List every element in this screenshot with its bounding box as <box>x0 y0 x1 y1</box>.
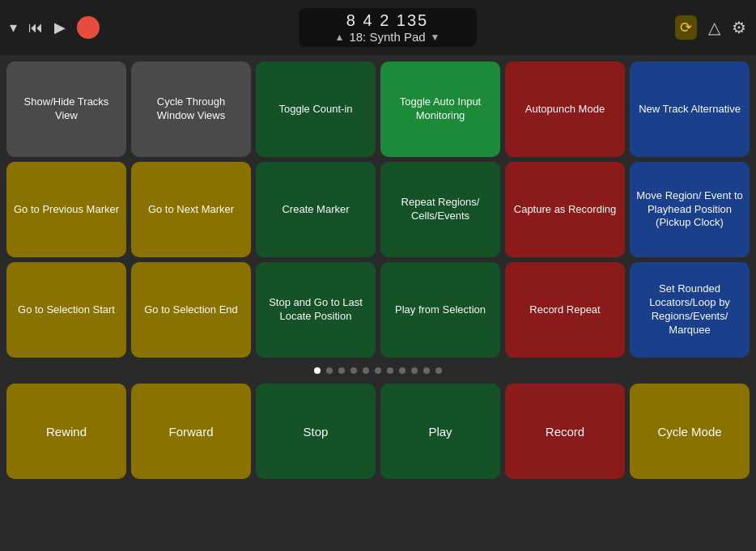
track-down-arrow[interactable]: ▼ <box>431 32 440 43</box>
grid-btn-r2-c4[interactable]: Record Repeat <box>505 262 625 358</box>
bottom-btn-2[interactable]: Stop <box>256 384 376 479</box>
grid-btn-r0-c0[interactable]: Show/Hide Tracks View <box>6 61 126 157</box>
pagination-dot-9[interactable] <box>423 367 430 374</box>
pagination-dot-4[interactable] <box>363 367 369 374</box>
pagination-dot-7[interactable] <box>399 367 406 374</box>
settings-icon[interactable]: ⚙ <box>732 18 746 37</box>
time-display: 8 4 2 135 <box>346 11 428 30</box>
grid-btn-r2-c3[interactable]: Play from Selection <box>380 262 500 358</box>
top-bar-right-icons: ⟳ △ ⚙ <box>675 15 746 40</box>
metronome-icon[interactable]: △ <box>708 18 720 37</box>
grid-btn-r2-c0[interactable]: Go to Selection Start <box>6 262 126 358</box>
track-name-row: ▲ 18: Synth Pad ▼ <box>334 30 440 44</box>
grid-btn-r1-c1[interactable]: Go to Next Marker <box>131 162 251 257</box>
play-icon[interactable]: ▶ <box>54 19 66 36</box>
pagination-dots <box>6 362 750 380</box>
grid-btn-r0-c5[interactable]: New Track Alternative <box>630 61 750 157</box>
bottom-btn-5[interactable]: Cycle Mode <box>630 384 750 479</box>
bottom-btn-4[interactable]: Record <box>505 384 625 479</box>
grid-btn-r1-c0[interactable]: Go to Previous Marker <box>6 162 126 257</box>
track-name: 18: Synth Pad <box>349 30 425 44</box>
bottom-btn-0[interactable]: Rewind <box>6 384 126 479</box>
pagination-dot-8[interactable] <box>411 367 418 374</box>
grid-btn-r2-c5[interactable]: Set Rounded Locators/Loop by Regions/Eve… <box>630 262 750 358</box>
grid-btn-r1-c5[interactable]: Move Region/ Event to Playhead Position … <box>630 162 750 257</box>
bottom-btn-3[interactable]: Play <box>380 384 500 479</box>
grid-btn-r2-c1[interactable]: Go to Selection End <box>131 262 251 358</box>
pagination-dot-2[interactable] <box>338 367 345 374</box>
cycle-icon[interactable]: ⟳ <box>675 15 697 40</box>
top-bar: ▾ ⏮ ▶ 8 4 2 135 ▲ 18: Synth Pad ▼ ⟳ △ ⚙ <box>0 0 756 55</box>
transport-controls: ▾ ⏮ ▶ <box>10 16 100 39</box>
bottom-btn-1[interactable]: Forward <box>131 384 251 479</box>
record-button[interactable] <box>77 16 100 39</box>
button-grid-row1: Show/Hide Tracks ViewCycle Through Windo… <box>6 61 750 358</box>
skip-back-icon[interactable]: ⏮ <box>28 19 43 36</box>
grid-btn-r0-c4[interactable]: Autopunch Mode <box>505 61 625 157</box>
grid-btn-r1-c2[interactable]: Create Marker <box>256 162 376 257</box>
track-up-arrow[interactable]: ▲ <box>334 32 344 43</box>
grid-btn-r2-c2[interactable]: Stop and Go to Last Locate Position <box>256 262 376 358</box>
pagination-dot-10[interactable] <box>435 367 442 374</box>
grid-btn-r0-c3[interactable]: Toggle Auto Input Monitoring <box>380 61 500 157</box>
pagination-dot-6[interactable] <box>387 367 393 374</box>
pagination-dot-0[interactable] <box>314 367 321 374</box>
bottom-bar: RewindForwardStopPlayRecordCycle Mode <box>0 384 756 485</box>
grid-btn-r1-c3[interactable]: Repeat Regions/ Cells/Events <box>380 162 500 257</box>
grid-area: Show/Hide Tracks ViewCycle Through Windo… <box>0 55 756 384</box>
pagination-dot-5[interactable] <box>375 367 381 374</box>
grid-btn-r0-c2[interactable]: Toggle Count-in <box>256 61 376 157</box>
grid-btn-r1-c4[interactable]: Capture as Recording <box>505 162 625 257</box>
pagination-dot-3[interactable] <box>350 367 357 374</box>
pagination-dot-1[interactable] <box>326 367 333 374</box>
grid-btn-r0-c1[interactable]: Cycle Through Window Views <box>131 61 251 157</box>
dropdown-arrow-icon[interactable]: ▾ <box>10 19 17 36</box>
